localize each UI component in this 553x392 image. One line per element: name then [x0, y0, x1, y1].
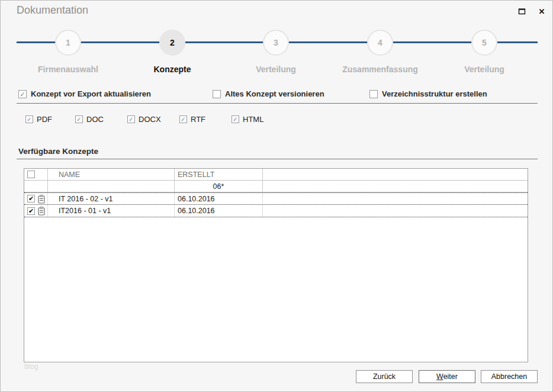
- step-3-number: 3: [274, 38, 278, 47]
- clipboard-icon: [38, 195, 45, 204]
- step-4-circle[interactable]: 4: [367, 30, 393, 56]
- format-pdf[interactable]: ✓ PDF: [25, 115, 52, 124]
- row-check-cell: ✔: [24, 193, 48, 204]
- next-button-rest: eiter: [443, 372, 458, 381]
- step-3-circle[interactable]: 3: [263, 30, 289, 56]
- next-button[interactable]: Weiter: [419, 370, 475, 383]
- row-name: IT 2016 - 02 - v1: [48, 193, 175, 204]
- divider-options: [17, 103, 538, 104]
- table-row[interactable]: ✔ IT 2016 - 02 - v1 06.10.2016: [24, 192, 528, 205]
- concepts-table: NAME ERSTELLT 06* ✔ IT 2016 - 02 - v1 06…: [24, 168, 528, 362]
- step-2-circle[interactable]: 2: [159, 30, 185, 56]
- next-button-mnemonic: W: [436, 372, 443, 381]
- filter-check-cell: [24, 181, 48, 192]
- pdf-label: PDF: [37, 115, 52, 124]
- step-1-label: Firmenauswahl: [21, 65, 115, 74]
- step-5-circle[interactable]: 5: [471, 30, 497, 56]
- row-name: IT2016 - 01 - v1: [48, 205, 175, 217]
- select-all-checkbox[interactable]: [27, 171, 35, 178]
- filter-name-input[interactable]: [48, 181, 175, 192]
- formats-row: ✓ PDF ✓ DOC ✓ DOCX ✓ RTF ✓ HTML: [1, 115, 553, 124]
- format-doc[interactable]: ✓ DOC: [75, 115, 104, 124]
- update-concept-checkbox[interactable]: ✓: [18, 90, 27, 98]
- update-concept-label: Konzept vor Export aktualisieren: [31, 89, 151, 98]
- dokumentation-dialog: Dokumentation ✕ 1 2 3 4 5 Firmenauswahl …: [0, 0, 553, 392]
- step-3-label: Verteilung: [229, 65, 323, 74]
- html-label: HTML: [243, 115, 263, 124]
- step-1-circle[interactable]: 1: [55, 30, 81, 56]
- cancel-button[interactable]: Abbrechen: [481, 370, 538, 383]
- step-5-number: 5: [482, 38, 487, 47]
- version-concept-checkbox[interactable]: [213, 90, 221, 98]
- html-checkbox[interactable]: ✓: [232, 115, 239, 123]
- step-2-label: Konzepte: [125, 65, 220, 74]
- row-checkbox[interactable]: ✔: [27, 207, 35, 215]
- close-icon: ✕: [539, 7, 545, 16]
- row-erstellt: 06.10.2016: [175, 193, 263, 204]
- directory-structure-checkbox[interactable]: [369, 90, 378, 98]
- row-erstellt: 06.10.2016: [175, 205, 263, 217]
- format-docx[interactable]: ✓ DOCX: [127, 115, 161, 124]
- step-5-label: Verteilung: [437, 65, 532, 74]
- table-filter-row: 06*: [24, 181, 528, 192]
- directory-structure-label: Verzeichnisstruktur erstellen: [382, 89, 487, 98]
- window-controls: ✕: [516, 5, 548, 17]
- available-concepts-heading: Verfügbare Konzepte: [18, 147, 98, 156]
- window-title: Dokumentation: [17, 4, 88, 17]
- docx-checkbox[interactable]: ✓: [127, 115, 135, 123]
- version-concept-label: Altes Konzept versionieren: [225, 89, 324, 98]
- options-row: ✓ Konzept vor Export aktualisieren Altes…: [1, 89, 553, 99]
- divider-concepts: [17, 159, 538, 159]
- format-rtf[interactable]: ✓ RTF: [179, 115, 205, 124]
- pdf-checkbox[interactable]: ✓: [25, 115, 33, 123]
- rtf-label: RTF: [191, 115, 205, 124]
- header-erstellt[interactable]: ERSTELLT: [175, 169, 263, 180]
- maximize-icon: [518, 8, 526, 15]
- table-row[interactable]: ✔ IT2016 - 01 - v1 06.10.2016: [24, 205, 528, 217]
- maximize-button[interactable]: [516, 5, 528, 17]
- rtf-checkbox[interactable]: ✓: [179, 115, 187, 123]
- close-button[interactable]: ✕: [536, 5, 548, 17]
- step-4-label: Zusammenfassung: [333, 65, 427, 74]
- option-update-concept[interactable]: ✓ Konzept vor Export aktualisieren: [18, 89, 151, 98]
- row-checkbox[interactable]: ✔: [27, 195, 35, 203]
- doc-checkbox[interactable]: ✓: [75, 115, 83, 123]
- row-check-cell: ✔: [24, 205, 48, 217]
- step-2-number: 2: [170, 38, 175, 47]
- header-select-all-cell: [24, 169, 48, 180]
- format-html[interactable]: ✓ HTML: [232, 115, 263, 124]
- watermark: btog: [24, 362, 38, 371]
- option-directory-structure[interactable]: Verzeichnisstruktur erstellen: [369, 89, 487, 98]
- header-name[interactable]: NAME: [48, 169, 175, 180]
- doc-label: DOC: [86, 115, 104, 124]
- back-button[interactable]: Zurück: [356, 370, 413, 383]
- docx-label: DOCX: [139, 115, 161, 124]
- clipboard-icon: [38, 207, 45, 216]
- table-header-row: NAME ERSTELLT: [24, 169, 528, 181]
- option-version-concept[interactable]: Altes Konzept versionieren: [213, 89, 324, 98]
- filter-erstellt-input[interactable]: 06*: [175, 181, 263, 192]
- step-4-number: 4: [378, 38, 382, 47]
- step-1-number: 1: [66, 38, 70, 47]
